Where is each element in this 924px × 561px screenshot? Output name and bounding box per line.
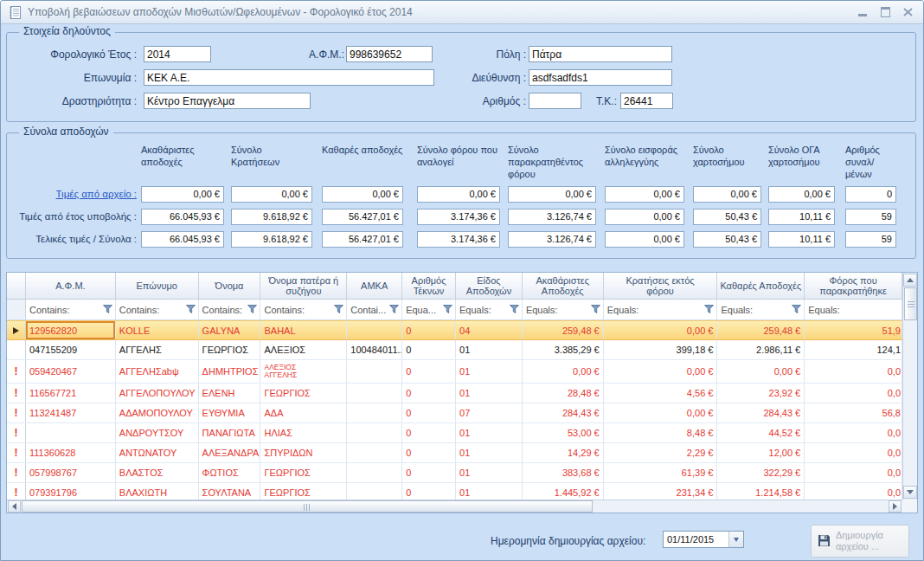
cell-gross[interactable]: 383,68 € [523, 463, 604, 482]
cell-gross[interactable]: 284,43 € [523, 403, 604, 422]
cell-deductions[interactable]: 61,39 € [604, 463, 718, 482]
cell-children[interactable]: 0 [402, 443, 456, 462]
cell-afm[interactable]: 113241487 [26, 403, 116, 422]
city-input[interactable] [529, 46, 672, 62]
cell-firstname[interactable]: ΠΑΝΑΓΙΩΤΑ [199, 423, 261, 442]
column-header-gross[interactable]: Ακαθάριστες Αποδοχές [523, 273, 604, 299]
funnel-icon[interactable] [247, 305, 257, 313]
filter-cell-amka[interactable]: Contai... [347, 300, 402, 319]
filter-cell-firstname[interactable]: Contains: [199, 300, 261, 319]
cell-afm[interactable] [26, 423, 116, 442]
cell-surname[interactable]: ΑΓΓΕΛΗΣ [116, 340, 199, 359]
cell-surname[interactable]: ΑΝΔΡΟΥΤΣΟΥ [116, 423, 199, 442]
cell-tax[interactable]: 0,0 [805, 384, 902, 403]
tax-year-input[interactable] [144, 46, 211, 62]
cell-firstname[interactable]: ΦΩΤΙΟΣ [199, 463, 261, 482]
scroll-right-button[interactable] [889, 500, 902, 513]
minimize-button[interactable] [857, 7, 868, 17]
scroll-down-button[interactable] [903, 486, 917, 499]
column-header-deductions[interactable]: Κρατήσεις εκτός φόρου [604, 273, 718, 299]
cell-father[interactable]: BAHAL [260, 321, 347, 339]
filter-cell-tax[interactable]: Equals: [805, 300, 902, 319]
cell-net[interactable]: 2.986,11 € [717, 340, 805, 359]
cell-children[interactable]: 0 [402, 463, 456, 482]
cell-afm[interactable]: 057998767 [26, 463, 116, 482]
cell-net[interactable]: 1.214,58 € [717, 483, 805, 500]
cell-deductions[interactable]: 399,18 € [604, 340, 718, 359]
cell-type[interactable]: 01 [456, 443, 523, 462]
table-row[interactable]: 129562820KOLLEGALYNABAHAL004259,48 €0,00… [7, 320, 902, 340]
activity-input[interactable] [144, 93, 311, 109]
cell-deductions[interactable]: 231,34 € [604, 483, 718, 500]
funnel-icon[interactable] [443, 305, 452, 313]
table-row[interactable]: !059420467ΑΓΓΕΛΗΣabψΔΗΜΗΤΡΙΟΣΑΛΕΞΙΟΣ ΑΓΓ… [7, 360, 902, 384]
column-header-tax[interactable]: Φόρος που παρακρατήθηκε [805, 273, 902, 299]
cell-afm[interactable]: 116567721 [26, 384, 116, 403]
cell-firstname[interactable]: ΓΕΩΡΓΙΟΣ [199, 340, 261, 359]
cell-surname[interactable]: ΑΓΓΕΛΟΠΟΥΛΟΥ [116, 384, 199, 403]
cell-deductions[interactable]: 4,56 € [604, 384, 718, 403]
filter-cell-surname[interactable]: Contains: [116, 300, 199, 319]
cell-net[interactable]: 0,00 € [717, 360, 805, 383]
column-header-father[interactable]: Όνομα πατέρα ή συζήγου [260, 273, 347, 299]
cell-amka[interactable]: 100484011... [347, 340, 402, 359]
cell-deductions[interactable]: 0,00 € [604, 403, 718, 422]
cell-deductions[interactable]: 2,29 € [604, 443, 718, 462]
cell-surname[interactable]: ΑΔΑΜΟΠΟΥΛΟΥ [116, 403, 199, 422]
cell-gross[interactable]: 53,00 € [523, 423, 604, 442]
cell-firstname[interactable]: GALYNA [199, 321, 261, 339]
cell-type[interactable]: 01 [456, 483, 523, 500]
funnel-icon[interactable] [510, 305, 519, 313]
grid-vertical-scrollbar[interactable] [902, 273, 917, 500]
cell-afm[interactable]: 059420467 [26, 360, 116, 383]
table-row[interactable]: !113241487ΑΔΑΜΟΠΟΥΛΟΥΕΥΘΥΜΙΑΑΔΑ007284,43… [7, 403, 902, 423]
cell-deductions[interactable]: 8,48 € [604, 423, 718, 442]
cell-surname[interactable]: ΒΛΑΣΤΟΣ [116, 463, 199, 482]
file-date-input[interactable] [664, 532, 728, 547]
grid-horizontal-scrollbar[interactable] [7, 500, 902, 513]
cell-amka[interactable] [347, 483, 402, 500]
funnel-icon[interactable] [103, 305, 112, 313]
cell-tax[interactable]: 0,0 [805, 423, 902, 442]
cell-surname[interactable]: ΒΛΑΧΙΩΤΗ [116, 483, 199, 500]
filter-cell-children[interactable]: Equa... [402, 300, 456, 319]
cell-firstname[interactable]: ΣΟΥΛΤΑΝΑ [199, 483, 261, 500]
cell-net[interactable]: 44,52 € [717, 423, 805, 442]
funnel-icon[interactable] [389, 305, 399, 313]
afm-input[interactable] [346, 46, 433, 62]
cell-children[interactable]: 0 [402, 340, 456, 359]
cell-gross[interactable]: 1.445,92 € [523, 483, 604, 500]
column-header-afm[interactable]: Α.Φ.Μ. [26, 273, 116, 299]
column-header-children[interactable]: Αριθμός Τέκνων [402, 273, 456, 299]
cell-gross[interactable]: 28,48 € [523, 384, 604, 403]
cell-father[interactable]: ΗΛΙΑΣ [260, 423, 347, 442]
cell-children[interactable]: 0 [402, 321, 456, 339]
cell-deductions[interactable]: 0,00 € [604, 360, 718, 383]
funnel-icon[interactable] [792, 305, 801, 313]
scroll-left-button[interactable] [8, 500, 21, 513]
cell-children[interactable]: 0 [402, 360, 456, 383]
cell-firstname[interactable]: ΔΗΜΗΤΡΙΟΣ [199, 360, 261, 383]
vertical-scroll-thumb[interactable] [904, 287, 917, 320]
cell-father[interactable]: ΓΕΩΡΓΙΟΣ [260, 384, 347, 403]
cell-type[interactable]: 01 [456, 360, 523, 383]
cell-type[interactable]: 01 [456, 384, 523, 403]
cell-firstname[interactable]: ΕΛΕΝΗ [199, 384, 261, 403]
cell-afm[interactable]: 079391796 [26, 483, 116, 500]
cell-children[interactable]: 0 [402, 384, 456, 403]
cell-tax[interactable]: 0,0 [805, 483, 902, 500]
cell-father[interactable]: ΓΕΩΡΓΙΟΣ [260, 463, 347, 482]
create-file-button[interactable]: Δημιουργία αρχείου ... [811, 525, 909, 558]
cell-net[interactable]: 23,92 € [717, 384, 805, 403]
cell-children[interactable]: 0 [402, 423, 456, 442]
cell-net[interactable]: 322,29 € [717, 463, 805, 482]
chevron-down-icon[interactable] [728, 532, 743, 547]
filter-cell-net[interactable]: Equals: [717, 300, 805, 319]
cell-tax[interactable]: 124,1 [805, 340, 902, 359]
cell-tax[interactable]: 0,0 [805, 360, 902, 383]
cell-afm[interactable]: 111360628 [26, 443, 116, 462]
cell-type[interactable]: 01 [456, 423, 523, 442]
cell-amka[interactable] [347, 403, 402, 422]
totals-row-label[interactable]: Τιμές από αρχείο : [9, 189, 137, 199]
cell-gross[interactable]: 0,00 € [523, 360, 604, 383]
